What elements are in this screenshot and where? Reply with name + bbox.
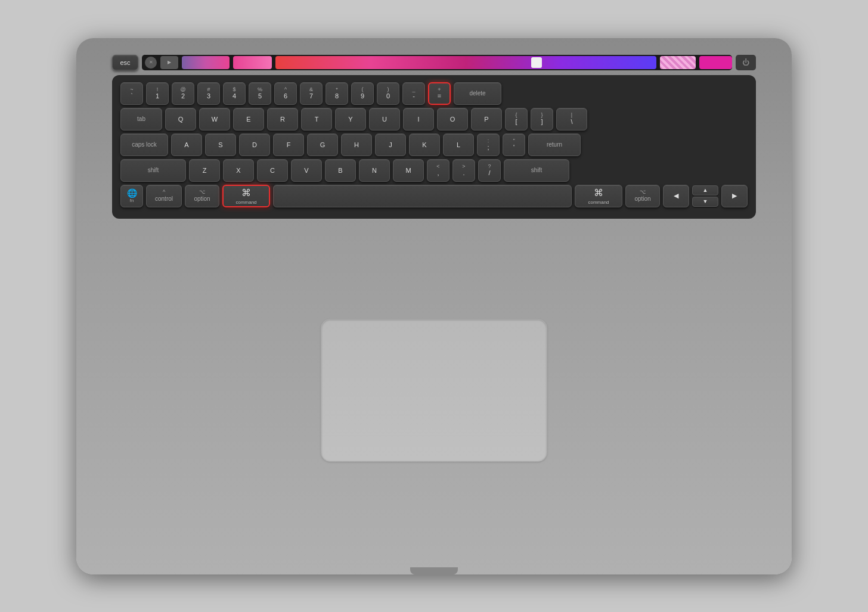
bottom-connector — [410, 567, 458, 574]
esc-key[interactable]: esc — [112, 55, 138, 70]
key-o[interactable]: O — [437, 108, 468, 131]
key-a[interactable]: A — [171, 133, 202, 156]
number-row: ~ ` ! 1 @ 2 # 3 $ 4 % 5 — [120, 82, 748, 105]
trackpad[interactable] — [321, 319, 547, 462]
key-w[interactable]: W — [199, 108, 230, 131]
key-arrow-down[interactable]: ▼ — [692, 197, 718, 207]
key-shift-right[interactable]: shift — [504, 159, 569, 182]
key-0[interactable]: ) 0 — [377, 82, 399, 105]
key-z[interactable]: Z — [189, 159, 220, 182]
key-command-left[interactable]: ⌘ command — [222, 185, 270, 207]
key-option-left[interactable]: ⌥ option — [185, 185, 219, 207]
key-comma[interactable]: < , — [427, 159, 450, 182]
key-tilde[interactable]: ~ ` — [120, 82, 143, 105]
key-arrow-left[interactable]: ◀ — [663, 185, 689, 207]
key-e[interactable]: E — [233, 108, 264, 131]
key-7[interactable]: & 7 — [300, 82, 323, 105]
key-y[interactable]: Y — [335, 108, 366, 131]
keyboard: ~ ` ! 1 @ 2 # 3 $ 4 % 5 — [112, 75, 756, 219]
tb-checker-pattern — [660, 56, 696, 69]
trackpad-area — [321, 219, 547, 563]
key-delete[interactable]: delete — [454, 82, 501, 105]
key-quote[interactable]: " ' — [503, 133, 525, 156]
key-p[interactable]: P — [471, 108, 502, 131]
key-command-right[interactable]: ⌘ command — [575, 185, 622, 207]
key-fn[interactable]: 🌐 fn — [120, 185, 143, 207]
key-d[interactable]: D — [239, 133, 270, 156]
key-b[interactable]: B — [325, 159, 356, 182]
key-q[interactable]: Q — [165, 108, 196, 131]
qwerty-row: tab Q W E R T Y U I O P { [ } ] | \ — [120, 108, 748, 131]
touch-bar — [142, 55, 732, 70]
key-slash[interactable]: ? / — [478, 159, 501, 182]
key-x[interactable]: X — [223, 159, 254, 182]
key-arrow-up[interactable]: ▲ — [692, 185, 718, 195]
zxcv-row: shift Z X C V B N M < , > . ? / shift — [120, 159, 748, 182]
key-h[interactable]: H — [341, 133, 372, 156]
key-f[interactable]: F — [273, 133, 304, 156]
key-backslash[interactable]: | \ — [556, 108, 587, 131]
key-9[interactable]: ( 9 — [351, 82, 374, 105]
key-minus[interactable]: _ - — [402, 82, 425, 105]
key-u[interactable]: U — [369, 108, 400, 131]
key-3[interactable]: # 3 — [197, 82, 220, 105]
tb-power-button[interactable] — [736, 55, 756, 70]
key-space[interactable] — [273, 185, 572, 207]
tb-red-bar — [275, 56, 656, 69]
key-r[interactable]: R — [267, 108, 298, 131]
key-g[interactable]: G — [307, 133, 338, 156]
key-c[interactable]: C — [257, 159, 288, 182]
key-arrow-right[interactable]: ▶ — [721, 185, 748, 207]
key-m[interactable]: M — [393, 159, 424, 182]
tb-close-button[interactable] — [145, 57, 157, 69]
key-tab[interactable]: tab — [120, 108, 162, 131]
key-shift-left[interactable]: shift — [120, 159, 186, 182]
tb-pink-solid — [699, 56, 732, 69]
tb-slider[interactable] — [531, 57, 542, 68]
laptop-body: esc ~ ` ! 1 @ 2 — [76, 38, 792, 574]
key-t[interactable]: T — [301, 108, 332, 131]
key-k[interactable]: K — [409, 133, 440, 156]
key-open-bracket[interactable]: { [ — [505, 108, 528, 131]
key-close-bracket[interactable]: } ] — [531, 108, 553, 131]
key-s[interactable]: S — [205, 133, 236, 156]
touch-bar-row: esc — [112, 55, 756, 70]
arrow-updown-group: ▲ ▼ — [692, 185, 718, 207]
key-j[interactable]: J — [375, 133, 406, 156]
key-control[interactable]: ^ control — [146, 185, 182, 207]
tb-gradient-block — [182, 56, 230, 69]
key-n[interactable]: N — [359, 159, 390, 182]
key-equals[interactable]: + = — [428, 82, 451, 105]
asdf-row: caps lock A S D F G H J K L : ; " ' retu… — [120, 133, 748, 156]
key-v[interactable]: V — [291, 159, 322, 182]
tb-pink-block — [233, 56, 272, 69]
key-5[interactable]: % 5 — [249, 82, 271, 105]
key-semicolon[interactable]: : ; — [477, 133, 500, 156]
key-6[interactable]: ^ 6 — [274, 82, 297, 105]
key-i[interactable]: I — [403, 108, 434, 131]
key-return[interactable]: return — [528, 133, 581, 156]
key-4[interactable]: $ 4 — [223, 82, 246, 105]
bottom-row: 🌐 fn ^ control ⌥ option ⌘ command ⌘ comm… — [120, 185, 748, 207]
tb-arrow-button[interactable] — [160, 56, 178, 69]
key-8[interactable]: * 8 — [326, 82, 348, 105]
key-period[interactable]: > . — [452, 159, 475, 182]
key-1[interactable]: ! 1 — [146, 82, 169, 105]
key-option-right[interactable]: ⌥ option — [625, 185, 660, 207]
key-l[interactable]: L — [443, 133, 474, 156]
key-capslock[interactable]: caps lock — [120, 133, 168, 156]
key-2[interactable]: @ 2 — [172, 82, 194, 105]
